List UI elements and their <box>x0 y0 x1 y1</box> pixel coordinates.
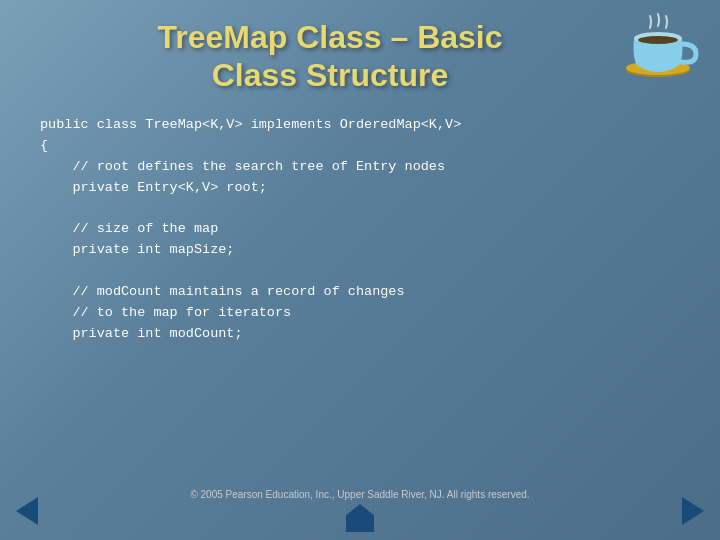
slide: TreeMap Class – Basic Class Structure <box>0 0 720 540</box>
title-line1: TreeMap Class – Basic <box>157 19 502 55</box>
footer: © 2005 Pearson Education, Inc., Upper Sa… <box>0 481 720 540</box>
title-line2: Class Structure <box>212 57 449 93</box>
copyright-text: © 2005 Pearson Education, Inc., Upper Sa… <box>190 489 529 500</box>
coffee-cup-icon <box>620 10 700 80</box>
title-area: TreeMap Class – Basic Class Structure <box>0 0 720 105</box>
prev-button[interactable] <box>16 497 38 525</box>
svg-point-3 <box>638 36 678 44</box>
code-block: public class TreeMap<K,V> implements Ord… <box>40 115 680 345</box>
home-button[interactable] <box>346 504 374 532</box>
code-area: public class TreeMap<K,V> implements Ord… <box>0 105 720 540</box>
slide-title: TreeMap Class – Basic Class Structure <box>20 18 640 95</box>
next-button[interactable] <box>682 497 704 525</box>
